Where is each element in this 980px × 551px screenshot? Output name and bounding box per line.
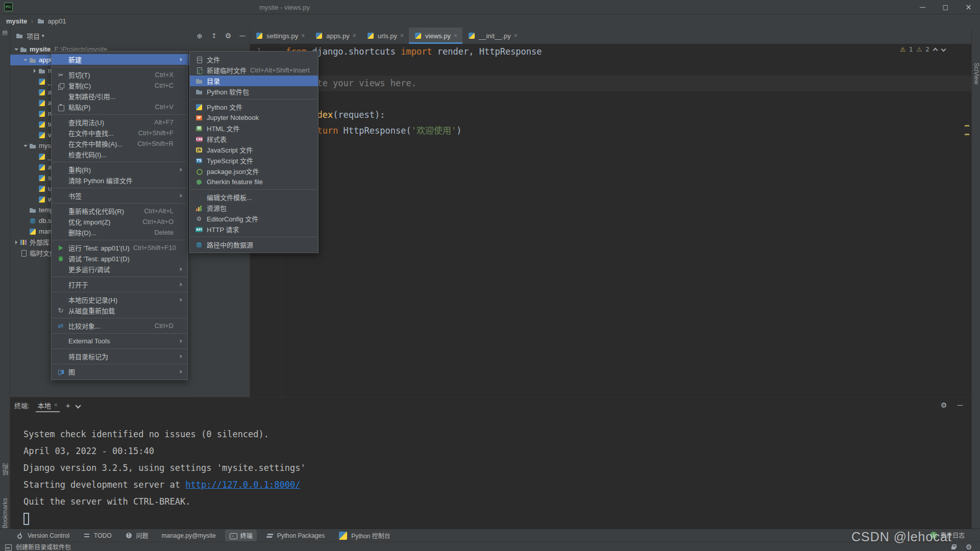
context-menu-item[interactable]: 剪切(T) Ctrl+X — [52, 69, 187, 80]
editor-tab[interactable]: views.py — [409, 28, 462, 44]
server-url-link[interactable]: http://127.0.0.1:8000/ — [185, 480, 300, 490]
hide-terminal-icon[interactable] — [956, 401, 964, 409]
context-menu-item[interactable]: 重构(R) — [52, 164, 187, 175]
project-view-dropdown-icon[interactable]: ▾ — [42, 33, 44, 38]
next-problem-icon[interactable] — [941, 47, 946, 52]
tree-chevron-icon[interactable] — [32, 154, 38, 160]
terminal-output[interactable]: System check identified no issues (0 sil… — [10, 413, 971, 531]
breadcrumb-folder[interactable]: app01 — [47, 17, 66, 25]
editor-tab[interactable]: urls.py — [361, 28, 409, 44]
submenu-item[interactable]: Gherkin feature file — [190, 177, 318, 187]
context-menu-item[interactable]: 复制路径/引用... — [52, 91, 187, 102]
tree-chevron-icon[interactable] — [32, 111, 38, 117]
scrollbar-warning-mark[interactable] — [965, 134, 969, 135]
context-menu-item[interactable]: 复制(C) Ctrl+C — [52, 80, 187, 91]
toolwindow-button[interactable]: 问题 — [121, 530, 153, 541]
locate-file-icon[interactable] — [195, 32, 204, 40]
context-menu-item[interactable]: 比较对象... Ctrl+D — [52, 320, 187, 331]
context-menu-item[interactable]: 从磁盘重新加载 — [52, 305, 187, 316]
toolwindow-button[interactable]: Python Packages — [262, 530, 329, 541]
context-menu-item[interactable]: 书签 — [52, 190, 187, 201]
tree-chevron-icon[interactable] — [22, 57, 29, 63]
hide-panel-icon[interactable] — [238, 32, 247, 40]
tree-chevron-icon[interactable] — [22, 207, 29, 213]
context-menu-item[interactable]: 更多运行/调试 — [52, 264, 187, 274]
context-menu-item[interactable]: 运行 'Test: app01'(U) Ctrl+Shift+F10 — [52, 242, 187, 253]
submenu-item[interactable]: package.json文件 — [190, 166, 318, 177]
submenu-item[interactable]: 路径中的数据源 — [190, 239, 318, 250]
tree-chevron-icon[interactable] — [32, 175, 38, 181]
structure-stripe-button[interactable]: 结构 — [2, 463, 10, 475]
tree-chevron-icon[interactable] — [13, 46, 19, 53]
context-menu-item[interactable]: 查找用法(U) Alt+F7 — [52, 117, 187, 128]
close-terminal-tab-icon[interactable] — [54, 402, 58, 409]
status-gear-icon[interactable] — [965, 543, 973, 551]
editor-tab[interactable]: apps.py — [310, 28, 361, 44]
tree-chevron-icon[interactable] — [32, 196, 38, 203]
inspections-widget[interactable]: ⚠ 1 ⚠ 2 — [900, 46, 946, 53]
submenu-item[interactable]: 目录 — [190, 76, 318, 86]
tree-chevron-icon[interactable] — [13, 239, 19, 245]
code-editor[interactable]: 1from django.shortcuts import render, Ht… — [250, 44, 971, 397]
tree-chevron-icon[interactable] — [32, 68, 38, 74]
editor-tab[interactable]: settings.py — [250, 28, 310, 44]
sciview-stripe-button[interactable]: SciView — [973, 63, 980, 84]
close-tab-icon[interactable] — [514, 32, 518, 39]
tree-chevron-icon[interactable] — [32, 89, 38, 95]
project-panel-title[interactable]: 项目 — [27, 31, 40, 41]
context-menu-item[interactable]: 图 — [52, 366, 187, 377]
submenu-item[interactable]: JavaScript 文件 — [190, 144, 318, 155]
context-menu-item[interactable]: 优化 import(Z) Ctrl+Alt+O — [52, 216, 187, 227]
context-menu-item[interactable]: 本地历史记录(H) — [52, 294, 187, 305]
menu-bar-item[interactable] — [37, 0, 47, 14]
breadcrumb-project[interactable]: mysite — [6, 17, 27, 25]
submenu-item[interactable]: EditorConfig 文件 — [190, 213, 318, 224]
menu-bar-item[interactable] — [119, 0, 129, 14]
context-menu-item[interactable]: External Tools — [52, 336, 187, 346]
context-menu-item[interactable]: 粘贴(P) Ctrl+V — [52, 102, 187, 112]
context-menu-item[interactable]: 重新格式化代码(R) Ctrl+Alt+L — [52, 206, 187, 216]
tree-chevron-icon[interactable] — [32, 132, 38, 138]
submenu-item[interactable]: HTTP 请求 — [190, 224, 318, 235]
submenu-item[interactable]: 样式表 — [190, 134, 318, 144]
toolwindow-button[interactable]: TODO — [79, 530, 115, 541]
context-menu-item[interactable]: 删除(D)... Delete — [52, 227, 187, 238]
new-terminal-session-icon[interactable] — [66, 401, 70, 410]
context-menu-item[interactable]: 在文件中查找... Ctrl+Shift+F — [52, 128, 187, 138]
close-tab-icon[interactable] — [400, 32, 404, 39]
close-tab-icon[interactable] — [301, 32, 305, 39]
toolwindow-button[interactable]: manage.py@mysite — [158, 531, 220, 541]
submenu-item[interactable]: 文件 — [190, 54, 318, 65]
terminal-tab[interactable]: 本地 — [36, 397, 60, 413]
submenu-item[interactable]: 编辑文件模板... — [190, 192, 318, 203]
terminal-settings-gear-icon[interactable] — [940, 401, 948, 409]
terminal-dropdown-icon[interactable] — [76, 402, 80, 409]
maximize-button[interactable]: □ — [934, 0, 957, 14]
close-tab-icon[interactable] — [454, 32, 457, 39]
menu-bar-item[interactable] — [47, 0, 58, 14]
context-menu-item[interactable]: 调试 'Test: app01'(D) — [52, 253, 187, 264]
menu-bar-item[interactable] — [68, 0, 78, 14]
context-menu-item[interactable]: 将目录标记为 — [52, 351, 187, 362]
menu-bar-item[interactable] — [58, 0, 68, 14]
tree-chevron-icon[interactable] — [13, 250, 19, 256]
toolwindow-layout-icon[interactable] — [4, 543, 12, 551]
collapse-all-icon[interactable] — [210, 32, 218, 40]
context-menu-item[interactable]: 新建 — [52, 54, 187, 65]
tree-chevron-icon[interactable] — [32, 79, 38, 85]
tree-chevron-icon[interactable] — [32, 121, 38, 128]
submenu-item[interactable]: Python 文件 — [190, 102, 318, 112]
menu-bar-item[interactable] — [27, 0, 37, 14]
close-tab-icon[interactable] — [353, 32, 356, 39]
context-menu-item[interactable]: 在文件中替换(A)... Ctrl+Shift+R — [52, 138, 187, 149]
submenu-item[interactable]: Python 软件包 — [190, 86, 318, 97]
tree-chevron-icon[interactable] — [32, 186, 38, 192]
context-menu-item[interactable]: 打开于 — [52, 279, 187, 290]
context-menu-item[interactable]: 检查代码(I)... — [52, 149, 187, 160]
menu-bar-item[interactable] — [109, 0, 119, 14]
close-button[interactable]: × — [957, 0, 980, 14]
menu-bar-item[interactable] — [78, 0, 88, 14]
submenu-item[interactable]: TypeScript 文件 — [190, 155, 318, 166]
toolwindow-button[interactable]: Version Control — [12, 530, 74, 541]
toolwindow-button[interactable]: 终端 — [225, 530, 257, 541]
